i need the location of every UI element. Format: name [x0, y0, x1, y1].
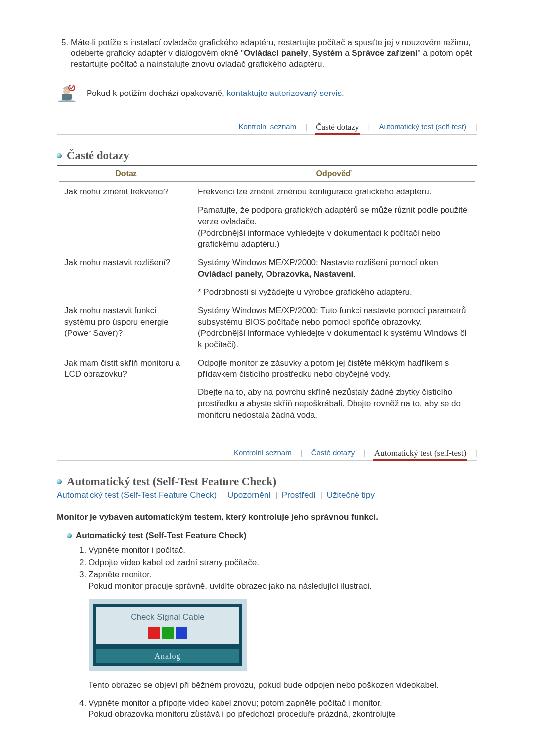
faq-a: Odpojte monitor ze zásuvky a potom jej č… — [193, 351, 475, 380]
table-row: Pamatujte, že podpora grafických adaptér… — [59, 198, 475, 250]
faq-a: Systémy Windows ME/XP/2000: Nastavte roz… — [193, 250, 475, 280]
list-item: Odpojte video kabel od zadní strany počí… — [89, 557, 477, 568]
bold-text: Systém — [312, 48, 342, 58]
bold-text: Ovládací panely, Obrazovka, Nastavení — [198, 269, 353, 279]
bold-text: Ovládací panely — [244, 48, 308, 58]
tab-faq[interactable]: Časté dotazy — [312, 448, 355, 460]
bullet-icon — [57, 479, 62, 484]
list-item: Vypněte monitor a připojte video kabel z… — [89, 698, 477, 720]
list-item: Máte-li potíže s instalací ovladače graf… — [71, 37, 477, 70]
tab-checklist[interactable]: Kontrolní seznam — [238, 122, 296, 134]
table-row: Jak mohu nastavit funkci systému pro úsp… — [59, 298, 475, 351]
svg-point-0 — [58, 100, 76, 102]
red-square-icon — [148, 627, 160, 639]
section-tabs-faq: Kontrolní seznam | Časté dotazy | Automa… — [57, 122, 477, 135]
tab-faq[interactable]: Časté dotazy — [316, 122, 359, 134]
selftest-subhead-text: Automatický test (Self-Test Feature Chec… — [76, 531, 246, 541]
step-text: Pokud obrazovka monitoru zůstává i po př… — [89, 709, 396, 719]
separator: | — [219, 490, 225, 500]
step-text: Zapněte monitor. — [89, 570, 152, 579]
selftest-heading: Automatický test (Self-Test Feature Chec… — [57, 475, 477, 488]
selftest-title: Automatický test (Self-Test Feature Chec… — [67, 475, 276, 488]
service-note: Pokud k potížím dochází opakovaně, konta… — [57, 85, 477, 102]
list-item: Zapněte monitor. Pokud monitor pracuje s… — [89, 569, 477, 691]
faq-head-answer: Odpověď — [193, 166, 475, 182]
tab-separator: | — [368, 122, 370, 134]
tab-separator: | — [363, 448, 365, 460]
faq-table-wrap: Dotaz Odpověď Jak mohu změnit frekvenci?… — [57, 166, 477, 428]
after-box-text: Tento obrazec se objeví při běžném provo… — [89, 680, 477, 691]
tab-selftest[interactable]: Automatický test (self-test) — [379, 122, 466, 134]
install-troubleshoot-list: Máte-li potíže s instalací ovladače graf… — [57, 37, 477, 70]
table-row: * Podrobnosti si vyžádejte u výrobce gra… — [59, 280, 475, 298]
text: a — [342, 48, 352, 58]
service-note-text: Pokud k potížím dochází opakovaně, konta… — [87, 88, 344, 99]
faq-q: Jak mám čistit skříň monitoru a LCD obra… — [59, 351, 193, 380]
faq-q: Jak mohu změnit frekvenci? — [59, 182, 193, 198]
bold-text: Správce zařízení — [352, 48, 417, 58]
tab-selftest[interactable]: Automatický test (self-test) — [374, 448, 466, 460]
link-tips[interactable]: Užitečné tipy — [327, 490, 375, 500]
table-row: Dbejte na to, aby na povrchu skříně nezů… — [59, 380, 475, 421]
tab-separator: | — [475, 448, 477, 460]
faq-head-question: Dotaz — [59, 166, 193, 182]
selftest-intro: Monitor je vybaven automatickým testem, … — [57, 512, 477, 522]
service-person-icon — [57, 85, 77, 102]
link-warning[interactable]: Upozornění — [227, 490, 271, 500]
faq-q — [59, 198, 193, 250]
table-row: Jak mohu změnit frekvenci? Frekvenci lze… — [59, 182, 475, 198]
green-square-icon — [162, 627, 174, 639]
selftest-steps: Vypněte monitor i počítač. Odpojte video… — [57, 545, 477, 720]
faq-a: * Podrobnosti si vyžádejte u výrobce gra… — [193, 280, 475, 298]
tab-separator: | — [475, 122, 477, 134]
faq-q — [59, 380, 193, 421]
bullet-icon — [67, 533, 72, 538]
link-environment[interactable]: Prostředí — [282, 490, 316, 500]
text: , — [308, 48, 312, 58]
table-row: Jak mám čistit skříň monitoru a LCD obra… — [59, 351, 475, 380]
tab-checklist[interactable]: Kontrolní seznam — [234, 448, 292, 460]
faq-table: Dotaz Odpověď Jak mohu změnit frekvenci?… — [59, 166, 475, 421]
faq-title: Časté dotazy — [67, 149, 129, 162]
list-item: Vypněte monitor i počítač. — [89, 545, 477, 556]
faq-q: Jak mohu nastavit rozlišení? — [59, 250, 193, 280]
separator: | — [318, 490, 324, 500]
faq-q — [59, 280, 193, 298]
faq-a: Pamatujte, že podpora grafických adaptér… — [193, 198, 475, 250]
link-selftest[interactable]: Automatický test (Self-Test Feature Chec… — [57, 490, 217, 500]
faq-a: Frekvenci lze změnit změnou konfigurace … — [193, 182, 475, 198]
text: . — [342, 89, 344, 98]
faq-heading: Časté dotazy — [57, 149, 477, 166]
tab-separator: | — [301, 448, 303, 460]
text: Pokud k potížím dochází opakovaně, — [87, 89, 227, 98]
faq-a: Dbejte na to, aby na povrchu skříně nezů… — [193, 380, 475, 421]
signal-label: Check Signal Cable — [131, 613, 204, 622]
step-text: Vypněte monitor i počítač. — [89, 545, 185, 555]
faq-a: Systémy Windows ME/XP/2000: Tuto funkci … — [193, 298, 475, 351]
rgb-squares — [96, 627, 239, 639]
signal-footer: Analog — [96, 649, 239, 663]
step-text: Pokud monitor pracuje správně, uvidíte o… — [89, 581, 372, 591]
section-tabs-selftest: Kontrolní seznam | Časté dotazy | Automa… — [57, 448, 477, 461]
table-row: Jak mohu nastavit rozlišení? Systémy Win… — [59, 250, 475, 280]
step-text: Vypněte monitor a připojte video kabel z… — [89, 698, 382, 708]
tab-separator: | — [305, 122, 307, 134]
faq-q: Jak mohu nastavit funkci systému pro úsp… — [59, 298, 193, 351]
text: . — [353, 269, 356, 279]
selftest-sublinks: Automatický test (Self-Test Feature Chec… — [57, 490, 477, 500]
bullet-icon — [57, 153, 62, 158]
separator: | — [273, 490, 279, 500]
signal-check-illustration: Check Signal Cable Analog — [89, 599, 247, 671]
svg-rect-1 — [62, 94, 72, 100]
contact-service-link[interactable]: kontaktujte autorizovaný servis — [227, 89, 342, 98]
step-text: Odpojte video kabel od zadní strany počí… — [89, 558, 259, 567]
text: Systémy Windows ME/XP/2000: Nastavte roz… — [198, 258, 438, 267]
blue-square-icon — [176, 627, 187, 639]
selftest-subhead: Automatický test (Self-Test Feature Chec… — [67, 531, 477, 541]
